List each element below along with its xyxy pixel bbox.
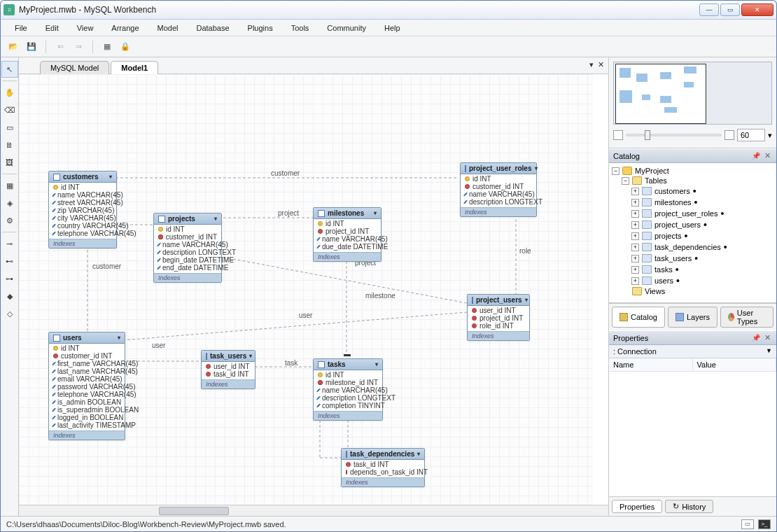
table-projects[interactable]: projects▾ id INTcustomer_id INTname VARC… [153,213,222,283]
zoom-dropdown-icon[interactable]: ▾ [768,131,772,140]
save-icon[interactable]: 💾 [24,40,38,54]
view-tool-icon[interactable]: ◈ [1,195,18,211]
panel-close-icon[interactable]: ✕ [763,151,772,160]
expander-icon[interactable]: + [631,221,639,229]
pin-icon[interactable]: 📌 [749,152,763,160]
catalog-table-item[interactable]: +users • [612,275,774,286]
catalog-table-item[interactable]: +customers • [612,186,774,197]
catalog-table-item[interactable]: +milestones • [612,197,774,208]
zoom-fit-icon[interactable] [613,130,623,140]
expander-icon[interactable]: + [631,277,639,285]
table-customers[interactable]: customers▾ id INTname VARCHAR(45)street … [48,171,117,248]
catalog-table-item[interactable]: +task_dependencies • [612,241,774,253]
diagram-canvas-wrap[interactable]: customer customer project project milest… [19,74,608,505]
zoom-slider[interactable] [626,134,722,136]
overview-minimap[interactable] [613,62,772,125]
menu-community[interactable]: Community [318,22,374,34]
note-tool-icon[interactable]: 🗎 [1,136,18,153]
table-project-user-roles[interactable]: project_user_roles▾ id INTcustomer_id IN… [460,162,537,217]
menu-help[interactable]: Help [376,22,409,34]
relation-id-icon[interactable]: ◆ [1,288,18,304]
pin-icon[interactable]: 📌 [749,334,763,342]
horizontal-scrollbar[interactable] [19,505,608,516]
chevron-down-icon[interactable]: ▾ [249,353,252,359]
relation-nm-icon[interactable]: ⊶ [1,270,18,287]
catalog-table-item[interactable]: +project_user_roles • [612,208,774,219]
scrollbar-thumb[interactable] [159,507,229,515]
catalog-table-item[interactable]: +projects • [612,230,774,241]
relation-1n-icon[interactable]: ⊸ [1,235,18,252]
menu-model[interactable]: Model [149,22,187,34]
btab-catalog[interactable]: Catalog [612,307,665,328]
expander-icon[interactable]: − [622,177,629,185]
console-icon[interactable]: >_ [758,519,771,529]
chevron-down-icon[interactable]: ▾ [535,165,538,172]
btab-properties[interactable]: Properties [612,500,662,513]
expander-icon[interactable]: + [631,199,639,206]
expander-icon[interactable]: + [631,244,639,251]
expander-icon[interactable]: + [631,210,639,218]
hand-tool-icon[interactable]: ✋ [1,84,18,101]
catalog-tree[interactable]: −MyProject −Tables +customers •+mileston… [609,163,776,303]
table-tasks[interactable]: tasks▾ id INTmilestone_id INTname VARCHA… [313,358,383,421]
btab-history[interactable]: ↻ History [665,500,713,513]
slider-thumb[interactable] [645,130,650,140]
output-icon[interactable]: ▭ [741,519,754,529]
catalog-table-item[interactable]: +tasks • [612,264,774,275]
btab-layers[interactable]: Layers [668,307,718,328]
routine-tool-icon[interactable]: ⚙ [1,212,18,229]
chevron-down-icon[interactable]: ▾ [374,210,377,216]
zoom-full-icon[interactable] [724,130,734,140]
menu-plugins[interactable]: Plugins [239,22,281,34]
table-task-users[interactable]: task_users▾ user_id INTtask_id INT Index… [201,350,255,389]
relation-11-icon[interactable]: ⊷ [1,253,18,270]
back-icon[interactable]: ⇐ [53,40,67,54]
expander-icon[interactable]: + [631,232,639,240]
property-connection[interactable]: : Connection▼ [609,345,776,358]
table-project-users[interactable]: project_users▾ user_id INTproject_id INT… [467,294,530,341]
expander-icon[interactable]: + [631,188,639,195]
grid-icon[interactable]: ▦ [100,40,114,54]
catalog-table-item[interactable]: +project_users • [612,219,774,230]
chevron-down-icon[interactable]: ▾ [109,174,112,180]
tab-menu-icon[interactable]: ▾ [589,60,594,69]
open-icon[interactable]: 📂 [6,40,20,54]
layer-tool-icon[interactable]: ▭ [1,119,18,136]
table-tool-icon[interactable]: ▦ [1,177,18,194]
menu-tools[interactable]: Tools [283,22,318,34]
panel-close-icon[interactable]: ✕ [763,333,772,342]
zoom-input[interactable] [737,129,765,141]
expander-icon[interactable]: + [631,255,639,262]
pointer-tool-icon[interactable]: ↖ [1,61,18,78]
menu-arrange[interactable]: Arrange [103,22,147,34]
chevron-down-icon[interactable]: ▾ [525,297,528,303]
tab-model1[interactable]: Model1 [111,61,158,74]
chevron-down-icon[interactable]: ▾ [118,335,120,341]
tab-close-icon[interactable]: ✕ [598,60,604,69]
chevron-down-icon[interactable]: ▾ [417,451,420,457]
diagram-canvas[interactable]: customer customer project project milest… [19,74,593,505]
table-task-dependencies[interactable]: task_dependencies▾ task_id INTdepends_on… [341,448,425,487]
expander-icon[interactable]: + [631,266,639,274]
table-users[interactable]: users▾ id INTcustomer_id INTfirst_name V… [48,332,125,440]
relation-nonid-icon[interactable]: ◇ [1,305,18,322]
chevron-down-icon[interactable]: ▼ [766,347,772,356]
table-milestones[interactable]: milestones▾ id INTproject_id INTname VAR… [313,207,382,262]
menu-database[interactable]: Database [188,22,237,34]
image-tool-icon[interactable]: 🖼 [1,154,18,171]
minimize-button[interactable]: — [699,4,719,16]
chevron-down-icon[interactable]: ▾ [375,361,378,368]
lock-icon[interactable]: 🔒 [118,40,132,54]
eraser-tool-icon[interactable]: ⌫ [1,102,18,118]
btab-usertypes[interactable]: User Types [720,307,774,328]
menu-file[interactable]: File [6,22,36,34]
chevron-down-icon[interactable]: ▾ [214,216,217,222]
maximize-button[interactable]: ▭ [720,4,740,16]
close-button[interactable]: ✕ [741,4,774,16]
tab-mysql-model[interactable]: MySQL Model [40,61,109,74]
menu-view[interactable]: View [69,22,102,34]
expander-icon[interactable]: − [612,167,620,175]
menu-edit[interactable]: Edit [37,22,67,34]
forward-icon[interactable]: ⇒ [71,40,85,54]
catalog-table-item[interactable]: +task_users • [612,253,774,264]
